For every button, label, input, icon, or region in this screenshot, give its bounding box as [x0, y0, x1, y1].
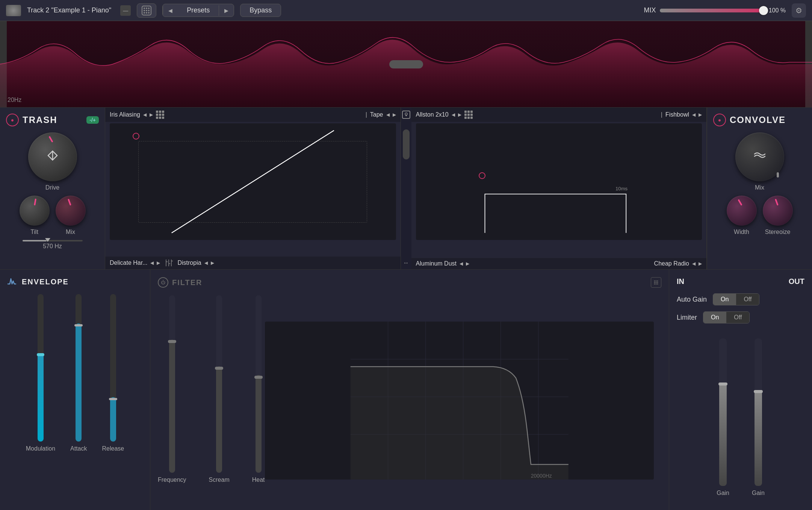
dot1 — [156, 111, 158, 113]
stereoize-knob[interactable] — [763, 196, 793, 226]
dist-allston-next[interactable]: ▶ — [458, 112, 461, 117]
attack-slider[interactable] — [76, 294, 82, 442]
mix-slider[interactable] — [660, 9, 765, 12]
dist-cheapradio-next[interactable]: ▶ — [699, 261, 702, 266]
in-gain-slider[interactable] — [719, 338, 727, 486]
dist-canvas-bg — [110, 123, 396, 240]
dist-aluminum-next[interactable]: ▶ — [466, 261, 469, 266]
svg-point-8 — [146, 12, 147, 14]
dist-separator: | — [366, 111, 367, 118]
dist-fishbowl-prev[interactable]: ◀ — [692, 112, 696, 117]
heat-slider[interactable] — [256, 295, 262, 473]
freq-slider-fill — [23, 240, 47, 241]
dist-tape-prev[interactable]: ◀ — [386, 112, 390, 117]
rdot7 — [464, 117, 467, 119]
waveform-scroll-handle[interactable] — [389, 60, 423, 68]
modulation-slider[interactable] — [38, 294, 44, 442]
limiter-on-button[interactable]: On — [703, 312, 726, 323]
filter-options-icon[interactable] — [651, 277, 661, 288]
convolve-mix-knob[interactable] — [735, 132, 784, 181]
stereoize-knob-container: Stereoize — [763, 196, 793, 235]
scream-fill — [216, 366, 222, 473]
limiter-off-button[interactable]: Off — [726, 312, 749, 323]
link-icon[interactable] — [402, 111, 410, 119]
convolve-mix-knob-container: Mix — [735, 132, 784, 191]
heat-label: Heat — [252, 477, 265, 483]
filter-power-button[interactable]: ⏻ — [158, 277, 168, 288]
dot5 — [159, 114, 161, 116]
dist-allston-prev[interactable]: ◀ — [452, 112, 455, 117]
dist-iris-prev[interactable]: ◀ — [143, 112, 147, 117]
svg-point-26 — [654, 284, 655, 285]
convolve-section: ● CONVOLVE Mix Width — [707, 108, 812, 269]
trash-header: ● TRASH -/+ — [6, 114, 99, 126]
dot9 — [162, 117, 164, 119]
out-gain-label: Gain — [752, 490, 765, 496]
trash-mix-knob[interactable] — [56, 196, 86, 226]
frequency-slider-container: Frequency — [158, 295, 186, 483]
presets-next-arrow[interactable]: ▶ — [219, 5, 234, 16]
auto-gain-off-button[interactable]: Off — [736, 294, 759, 305]
trash-badge[interactable]: -/+ — [86, 116, 99, 124]
attack-slider-container: Attack — [70, 294, 87, 452]
rdot4 — [464, 114, 467, 116]
rdot9 — [470, 117, 473, 119]
dist-panel-left-header: Iris Aliasing ◀ ▶ | Tape ◀ ▶ — [105, 108, 401, 122]
freq-display: 570 Hz — [43, 243, 62, 250]
svg-point-21 — [656, 281, 657, 282]
scream-slider-container: Scream — [209, 295, 230, 483]
convolve-power-button[interactable]: ● — [713, 114, 726, 126]
width-knob-indicator — [738, 199, 742, 206]
app-logo — [6, 5, 21, 16]
dice-button[interactable] — [137, 3, 156, 18]
scream-slider[interactable] — [216, 295, 222, 473]
auto-gain-on-button[interactable]: On — [713, 294, 736, 305]
mix-knob[interactable] — [759, 6, 768, 15]
width-knob[interactable] — [727, 196, 757, 226]
dist-delicate-next[interactable]: ▶ — [157, 260, 160, 266]
filter-grid-icon — [653, 279, 659, 286]
filter-power-icon: ⏻ — [161, 280, 165, 285]
drive-knob[interactable] — [28, 132, 77, 181]
top-bar: Track 2 "Example 1 - Piano" — ◀ Presets … — [0, 0, 812, 21]
expand-icon[interactable]: ↔ — [403, 260, 409, 266]
settings-button[interactable]: ⚙ — [792, 3, 806, 18]
dist-canvas-left[interactable] — [110, 123, 396, 240]
dist-footer-delicate: Delicate Har... — [110, 260, 147, 266]
frequency-slider[interactable] — [169, 295, 175, 473]
presets-prev-arrow[interactable]: ◀ — [163, 5, 178, 16]
dist-cheapradio-prev[interactable]: ◀ — [692, 261, 696, 266]
freq-slider[interactable] — [23, 240, 83, 241]
dist-distropia-prev[interactable]: ◀ — [204, 260, 208, 266]
scroll-thumb[interactable] — [403, 129, 410, 159]
filter-title: FILTER — [172, 278, 203, 287]
dist-canvas-right-bg: 10ms — [416, 123, 702, 240]
trash-power-button[interactable]: ● — [6, 114, 19, 126]
svg-point-23 — [654, 282, 655, 283]
dist-iris-next[interactable]: ▶ — [150, 112, 153, 117]
dist-allston-grid[interactable] — [464, 111, 473, 119]
dist-iris-grid-icon[interactable] — [156, 111, 164, 119]
out-gain-slider[interactable] — [755, 338, 762, 486]
dist-distropia-next[interactable]: ▶ — [211, 260, 214, 266]
dist-eq-icon[interactable] — [165, 259, 173, 267]
dist-tape-next[interactable]: ▶ — [393, 112, 396, 117]
auto-gain-row: Auto Gain On Off — [677, 293, 804, 305]
dist-aluminum-prev[interactable]: ◀ — [460, 261, 463, 266]
release-slider[interactable] — [110, 294, 116, 442]
tilt-knob[interactable] — [20, 196, 50, 226]
drive-knob-container: Drive — [28, 132, 77, 191]
dist-delicate-prev[interactable]: ◀ — [150, 260, 154, 266]
gear-icon: ⚙ — [795, 6, 802, 15]
dist-fishbowl-next[interactable]: ▶ — [699, 112, 702, 117]
dist-panel-left: Iris Aliasing ◀ ▶ | Tape ◀ ▶ — [105, 108, 401, 269]
bypass-button[interactable]: Bypass — [240, 4, 281, 17]
envelope-icon — [8, 277, 18, 287]
trash-mix-label: Mix — [66, 229, 75, 235]
dist-canvas-right[interactable]: 10ms — [416, 123, 702, 240]
dist-right-curve: 10ms — [416, 123, 702, 240]
minimize-button[interactable]: — — [120, 5, 131, 16]
inout-gain-sliders: Gain Gain — [677, 338, 804, 496]
envelope-title: ENVELOPE — [22, 278, 69, 286]
release-thumb — [109, 398, 117, 400]
